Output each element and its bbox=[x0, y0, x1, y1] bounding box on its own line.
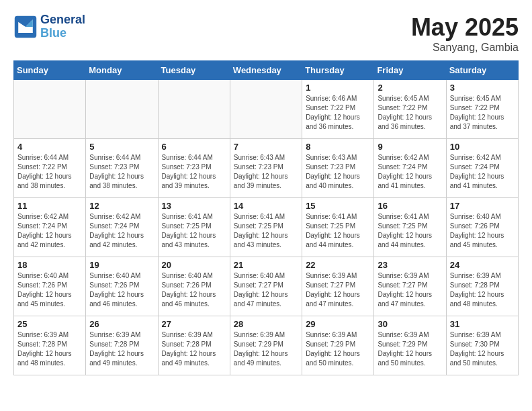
day-info: Sunrise: 6:44 AM Sunset: 7:23 PM Dayligh… bbox=[162, 153, 226, 191]
day-number: 10 bbox=[450, 142, 515, 152]
calendar-header-row: SundayMondayTuesdayWednesdayThursdayFrid… bbox=[14, 61, 519, 80]
weekday-header-sunday: Sunday bbox=[14, 61, 86, 80]
calendar-day-cell: 28Sunrise: 6:39 AM Sunset: 7:29 PM Dayli… bbox=[230, 316, 302, 375]
page-header: General Blue May 2025 Sanyang, Gambia bbox=[13, 13, 519, 54]
day-number: 19 bbox=[89, 260, 154, 270]
logo: General Blue bbox=[13, 13, 85, 40]
day-info: Sunrise: 6:45 AM Sunset: 7:22 PM Dayligh… bbox=[378, 94, 442, 132]
calendar-day-cell: 5Sunrise: 6:44 AM Sunset: 7:23 PM Daylig… bbox=[86, 139, 158, 198]
day-info: Sunrise: 6:41 AM Sunset: 7:25 PM Dayligh… bbox=[378, 212, 442, 250]
month-title: May 2025 bbox=[411, 13, 519, 42]
day-info: Sunrise: 6:43 AM Sunset: 7:23 PM Dayligh… bbox=[306, 153, 370, 191]
day-number: 14 bbox=[234, 201, 298, 211]
calendar-day-cell: 29Sunrise: 6:39 AM Sunset: 7:29 PM Dayli… bbox=[302, 316, 374, 375]
day-info: Sunrise: 6:40 AM Sunset: 7:26 PM Dayligh… bbox=[17, 271, 82, 309]
location-subtitle: Sanyang, Gambia bbox=[411, 42, 519, 54]
calendar-week-2: 4Sunrise: 6:44 AM Sunset: 7:22 PM Daylig… bbox=[14, 139, 519, 198]
day-info: Sunrise: 6:40 AM Sunset: 7:26 PM Dayligh… bbox=[89, 271, 154, 309]
calendar-day-cell: 4Sunrise: 6:44 AM Sunset: 7:22 PM Daylig… bbox=[14, 139, 86, 198]
day-number: 13 bbox=[162, 201, 226, 211]
day-number: 3 bbox=[450, 83, 515, 93]
calendar-week-3: 11Sunrise: 6:42 AM Sunset: 7:24 PM Dayli… bbox=[14, 198, 519, 257]
calendar-day-cell: 26Sunrise: 6:39 AM Sunset: 7:28 PM Dayli… bbox=[86, 316, 158, 375]
day-number: 26 bbox=[89, 319, 154, 329]
day-number: 16 bbox=[378, 201, 442, 211]
day-info: Sunrise: 6:41 AM Sunset: 7:25 PM Dayligh… bbox=[234, 212, 298, 250]
day-info: Sunrise: 6:39 AM Sunset: 7:27 PM Dayligh… bbox=[306, 271, 370, 309]
calendar-day-cell: 19Sunrise: 6:40 AM Sunset: 7:26 PM Dayli… bbox=[86, 257, 158, 316]
day-info: Sunrise: 6:39 AM Sunset: 7:28 PM Dayligh… bbox=[17, 330, 82, 368]
calendar-day-cell: 9Sunrise: 6:42 AM Sunset: 7:24 PM Daylig… bbox=[374, 139, 446, 198]
day-number: 9 bbox=[378, 142, 442, 152]
day-info: Sunrise: 6:39 AM Sunset: 7:30 PM Dayligh… bbox=[450, 330, 515, 368]
day-number: 18 bbox=[17, 260, 82, 270]
calendar-day-cell: 11Sunrise: 6:42 AM Sunset: 7:24 PM Dayli… bbox=[14, 198, 86, 257]
day-info: Sunrise: 6:39 AM Sunset: 7:28 PM Dayligh… bbox=[450, 271, 515, 309]
weekday-header-tuesday: Tuesday bbox=[158, 61, 230, 80]
calendar-week-1: 1Sunrise: 6:46 AM Sunset: 7:22 PM Daylig… bbox=[14, 80, 519, 139]
calendar-day-cell: 6Sunrise: 6:44 AM Sunset: 7:23 PM Daylig… bbox=[158, 139, 230, 198]
calendar-day-cell: 15Sunrise: 6:41 AM Sunset: 7:25 PM Dayli… bbox=[302, 198, 374, 257]
day-info: Sunrise: 6:39 AM Sunset: 7:28 PM Dayligh… bbox=[89, 330, 154, 368]
calendar-day-cell: 30Sunrise: 6:39 AM Sunset: 7:29 PM Dayli… bbox=[374, 316, 446, 375]
calendar-day-cell: 14Sunrise: 6:41 AM Sunset: 7:25 PM Dayli… bbox=[230, 198, 302, 257]
weekday-header-friday: Friday bbox=[374, 61, 446, 80]
day-info: Sunrise: 6:39 AM Sunset: 7:27 PM Dayligh… bbox=[378, 271, 442, 309]
calendar-day-cell: 23Sunrise: 6:39 AM Sunset: 7:27 PM Dayli… bbox=[374, 257, 446, 316]
calendar-day-cell: 13Sunrise: 6:41 AM Sunset: 7:25 PM Dayli… bbox=[158, 198, 230, 257]
calendar-day-cell: 21Sunrise: 6:40 AM Sunset: 7:27 PM Dayli… bbox=[230, 257, 302, 316]
day-info: Sunrise: 6:39 AM Sunset: 7:29 PM Dayligh… bbox=[378, 330, 442, 368]
day-info: Sunrise: 6:43 AM Sunset: 7:23 PM Dayligh… bbox=[234, 153, 298, 191]
day-number: 24 bbox=[450, 260, 515, 270]
day-number: 31 bbox=[450, 319, 515, 329]
day-number: 21 bbox=[234, 260, 298, 270]
day-number: 27 bbox=[162, 319, 226, 329]
day-info: Sunrise: 6:40 AM Sunset: 7:26 PM Dayligh… bbox=[162, 271, 226, 309]
calendar-day-cell: 2Sunrise: 6:45 AM Sunset: 7:22 PM Daylig… bbox=[374, 80, 446, 139]
day-number: 1 bbox=[306, 83, 370, 93]
calendar-day-cell: 3Sunrise: 6:45 AM Sunset: 7:22 PM Daylig… bbox=[446, 80, 518, 139]
day-info: Sunrise: 6:40 AM Sunset: 7:27 PM Dayligh… bbox=[234, 271, 298, 309]
calendar-day-cell: 12Sunrise: 6:42 AM Sunset: 7:24 PM Dayli… bbox=[86, 198, 158, 257]
day-number: 12 bbox=[89, 201, 154, 211]
calendar-day-cell: 10Sunrise: 6:42 AM Sunset: 7:24 PM Dayli… bbox=[446, 139, 518, 198]
day-number: 8 bbox=[306, 142, 370, 152]
day-info: Sunrise: 6:42 AM Sunset: 7:24 PM Dayligh… bbox=[89, 212, 154, 250]
calendar-day-cell bbox=[86, 80, 158, 139]
day-info: Sunrise: 6:46 AM Sunset: 7:22 PM Dayligh… bbox=[306, 94, 370, 132]
day-number: 20 bbox=[162, 260, 226, 270]
day-info: Sunrise: 6:39 AM Sunset: 7:29 PM Dayligh… bbox=[234, 330, 298, 368]
day-info: Sunrise: 6:42 AM Sunset: 7:24 PM Dayligh… bbox=[450, 153, 515, 191]
day-number: 22 bbox=[306, 260, 370, 270]
day-number: 4 bbox=[17, 142, 82, 152]
weekday-header-monday: Monday bbox=[86, 61, 158, 80]
day-info: Sunrise: 6:44 AM Sunset: 7:22 PM Dayligh… bbox=[17, 153, 82, 191]
day-info: Sunrise: 6:41 AM Sunset: 7:25 PM Dayligh… bbox=[306, 212, 370, 250]
calendar-day-cell bbox=[158, 80, 230, 139]
calendar-day-cell: 22Sunrise: 6:39 AM Sunset: 7:27 PM Dayli… bbox=[302, 257, 374, 316]
calendar-day-cell bbox=[230, 80, 302, 139]
day-info: Sunrise: 6:40 AM Sunset: 7:26 PM Dayligh… bbox=[450, 212, 515, 250]
calendar-day-cell: 27Sunrise: 6:39 AM Sunset: 7:28 PM Dayli… bbox=[158, 316, 230, 375]
day-number: 25 bbox=[17, 319, 82, 329]
day-info: Sunrise: 6:39 AM Sunset: 7:29 PM Dayligh… bbox=[306, 330, 370, 368]
title-block: May 2025 Sanyang, Gambia bbox=[411, 13, 519, 54]
calendar-day-cell: 7Sunrise: 6:43 AM Sunset: 7:23 PM Daylig… bbox=[230, 139, 302, 198]
weekday-header-wednesday: Wednesday bbox=[230, 61, 302, 80]
day-number: 30 bbox=[378, 319, 442, 329]
weekday-header-thursday: Thursday bbox=[302, 61, 374, 80]
day-number: 15 bbox=[306, 201, 370, 211]
day-info: Sunrise: 6:41 AM Sunset: 7:25 PM Dayligh… bbox=[162, 212, 226, 250]
weekday-header-saturday: Saturday bbox=[446, 61, 518, 80]
calendar-day-cell: 20Sunrise: 6:40 AM Sunset: 7:26 PM Dayli… bbox=[158, 257, 230, 316]
day-number: 28 bbox=[234, 319, 298, 329]
calendar-week-4: 18Sunrise: 6:40 AM Sunset: 7:26 PM Dayli… bbox=[14, 257, 519, 316]
day-number: 2 bbox=[378, 83, 442, 93]
calendar-day-cell: 25Sunrise: 6:39 AM Sunset: 7:28 PM Dayli… bbox=[14, 316, 86, 375]
calendar-day-cell: 17Sunrise: 6:40 AM Sunset: 7:26 PM Dayli… bbox=[446, 198, 518, 257]
day-info: Sunrise: 6:42 AM Sunset: 7:24 PM Dayligh… bbox=[17, 212, 82, 250]
logo-text-line1: General bbox=[40, 13, 85, 27]
day-number: 11 bbox=[17, 201, 82, 211]
calendar-day-cell: 16Sunrise: 6:41 AM Sunset: 7:25 PM Dayli… bbox=[374, 198, 446, 257]
day-info: Sunrise: 6:45 AM Sunset: 7:22 PM Dayligh… bbox=[450, 94, 515, 132]
